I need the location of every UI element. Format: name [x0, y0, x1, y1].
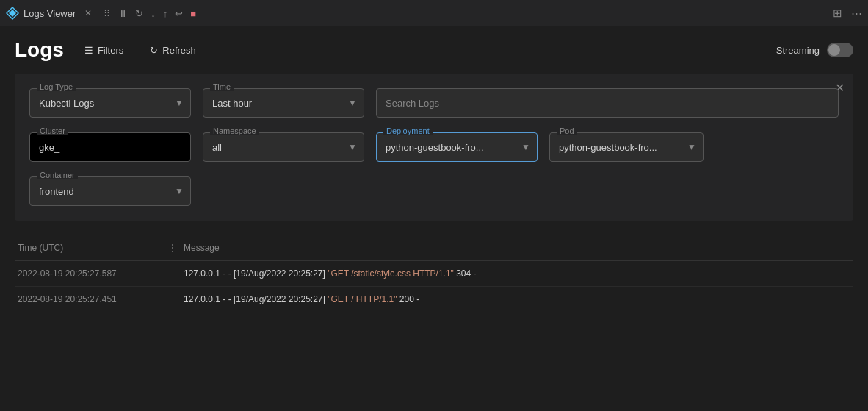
namespace-select[interactable]: all [203, 132, 364, 162]
refresh-label: Refresh [162, 45, 196, 56]
stop-icon[interactable]: ■ [190, 8, 196, 19]
page-header: Logs ☰ Filters ↻ Refresh Streaming [0, 26, 868, 74]
cluster-field: Cluster [29, 132, 191, 162]
table-header: Time (UTC) ⋮ Message [15, 235, 853, 261]
log-type-field: Log Type Kubectl Logs ▼ [29, 88, 191, 118]
filter-row-2: Cluster Namespace all ▼ Deployment pytho… [29, 132, 839, 162]
log-table: Time (UTC) ⋮ Message 2022-08-19 20:25:27… [15, 235, 853, 312]
row-highlight-1: "GET / HTTP/1.1" [328, 294, 397, 304]
table-row: 2022-08-19 20:25:27.451 127.0.0.1 - - [1… [15, 287, 853, 312]
container-field: Container frontend ▼ [29, 176, 191, 206]
pod-select-wrapper: python-guestbook-fro... ▼ [549, 132, 704, 162]
row-suffix-1: 200 - [397, 294, 419, 304]
refresh-icon[interactable]: ↻ [135, 8, 143, 19]
drag-icon: ⠿ [104, 8, 111, 19]
row-highlight-0: "GET /static/style.css HTTP/1.1" [328, 268, 454, 279]
filter-icon: ☰ [84, 45, 93, 56]
more-icon[interactable]: ⋯ [851, 7, 862, 20]
pause-icon[interactable]: ⏸ [118, 8, 128, 19]
pod-field: Pod python-guestbook-fro... ▼ [549, 132, 704, 162]
search-input[interactable] [376, 88, 839, 118]
container-select-wrapper: frontend ▼ [29, 176, 191, 206]
namespace-select-wrapper: all ▼ [203, 132, 364, 162]
filter-panel: ✕ Log Type Kubectl Logs ▼ Time Last hour… [15, 74, 853, 221]
app-logo: Logs Viewer [6, 7, 76, 20]
deployment-select-wrapper: python-guestbook-fro... ▼ [376, 132, 538, 162]
namespace-label: Namespace [210, 126, 259, 135]
streaming-label: Streaming [776, 45, 820, 56]
container-select[interactable]: frontend [29, 176, 191, 206]
log-type-select[interactable]: Kubectl Logs [29, 88, 191, 118]
logo-icon [6, 7, 19, 20]
row-time-1: 2022-08-19 20:25:27.451 [15, 294, 162, 304]
deployment-label: Deployment [383, 126, 433, 135]
page-title: Logs [15, 38, 64, 62]
app-title: Logs Viewer [23, 8, 76, 19]
row-message-1: 127.0.0.1 - - [19/Aug/2022 20:25:27] "GE… [184, 294, 853, 304]
row-prefix-0: 127.0.0.1 - - [19/Aug/2022 20:25:27] [184, 268, 328, 279]
time-label: Time [210, 82, 234, 91]
streaming-toggle[interactable] [827, 43, 853, 57]
filters-label: Filters [98, 45, 123, 56]
row-prefix-1: 127.0.0.1 - - [19/Aug/2022 20:25:27] [184, 294, 328, 304]
cluster-input[interactable] [29, 132, 191, 162]
titlebar-right: ⊞ ⋯ [833, 7, 862, 20]
streaming-section: Streaming [776, 43, 853, 57]
filter-row-3: Container frontend ▼ [29, 176, 839, 206]
up-icon[interactable]: ↑ [163, 8, 168, 19]
deployment-select[interactable]: python-guestbook-fro... [376, 132, 538, 162]
col-message-header: Message [184, 243, 853, 253]
filters-button[interactable]: ☰ Filters [79, 42, 129, 59]
down-icon[interactable]: ↓ [151, 8, 156, 19]
undo-icon[interactable]: ↩ [175, 8, 183, 19]
col-dots-header[interactable]: ⋮ [162, 243, 184, 253]
col-time-header: Time (UTC) [15, 243, 162, 253]
toggle-knob [828, 44, 840, 56]
refresh-btn-icon: ↻ [150, 45, 158, 56]
toolbar-icons: ⠿ ⏸ ↻ ↓ ↑ ↩ ■ [104, 8, 196, 19]
row-message-0: 127.0.0.1 - - [19/Aug/2022 20:25:27] "GE… [184, 268, 853, 279]
titlebar: Logs Viewer ✕ ⠿ ⏸ ↻ ↓ ↑ ↩ ■ ⊞ ⋯ [0, 0, 868, 26]
namespace-field: Namespace all ▼ [203, 132, 364, 162]
search-field [376, 88, 839, 118]
time-select-wrapper: Last hour ▼ [203, 88, 364, 118]
deployment-field: Deployment python-guestbook-fro... ▼ [376, 132, 538, 162]
table-row: 2022-08-19 20:25:27.587 127.0.0.1 - - [1… [15, 261, 853, 287]
cluster-label: Cluster [37, 126, 68, 135]
refresh-button[interactable]: ↻ Refresh [144, 42, 202, 59]
pod-label: Pod [557, 126, 577, 135]
time-select[interactable]: Last hour [203, 88, 364, 118]
tab-close-button[interactable]: ✕ [82, 7, 95, 20]
log-type-label: Log Type [37, 82, 76, 91]
row-suffix-0: 304 - [454, 268, 477, 279]
log-type-select-wrapper: Kubectl Logs ▼ [29, 88, 191, 118]
split-icon[interactable]: ⊞ [833, 7, 842, 20]
pod-select[interactable]: python-guestbook-fro... [549, 132, 704, 162]
filter-row-1: Log Type Kubectl Logs ▼ Time Last hour ▼ [29, 88, 839, 118]
time-field: Time Last hour ▼ [203, 88, 364, 118]
row-time-0: 2022-08-19 20:25:27.587 [15, 268, 162, 279]
container-label: Container [37, 171, 78, 179]
